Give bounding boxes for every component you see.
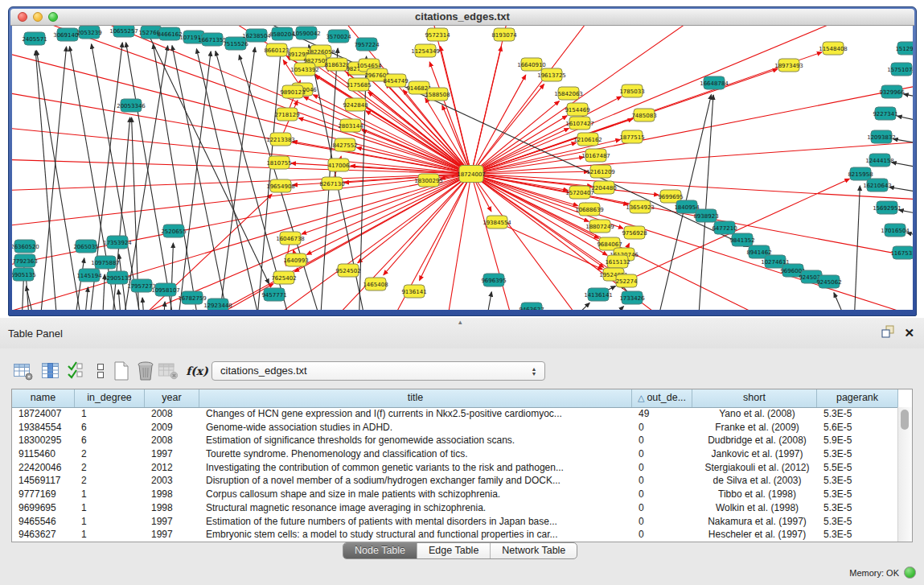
graph-node[interactable]: 10975887: [91, 256, 120, 269]
graph-node[interactable]: 7792363: [12, 254, 37, 267]
column-header-name[interactable]: name: [12, 389, 75, 407]
table-mode-icon[interactable]: [13, 360, 34, 381]
delete-table-icon[interactable]: [158, 360, 179, 381]
column-select-icon[interactable]: [40, 360, 61, 381]
graph-node[interactable]: 7957224: [354, 38, 380, 51]
graph-node[interactable]: 2405571: [22, 32, 47, 45]
graph-node[interactable]: 8215958: [848, 167, 873, 180]
graph-node[interactable]: 10167487: [581, 149, 610, 162]
graph-node[interactable]: 9890123: [280, 85, 305, 98]
graph-node[interactable]: 10958107: [151, 283, 180, 296]
graph-node[interactable]: 10590042: [292, 27, 321, 39]
graph-node[interactable]: 9227341: [873, 107, 897, 120]
column-header-pagerank[interactable]: pagerank: [817, 389, 898, 407]
table-row[interactable]: 969969511998Structural magnetic resonanc…: [12, 501, 898, 515]
graph-node[interactable]: 2053239: [76, 26, 101, 39]
graph-node[interactable]: 18300295: [414, 174, 443, 187]
graph-node[interactable]: 9524502: [335, 264, 360, 277]
graph-node[interactable]: 1588508: [425, 88, 450, 101]
graph-node[interactable]: 1167531: [890, 246, 913, 259]
graph-node[interactable]: 15720407: [565, 186, 594, 199]
table-row[interactable]: 911546021997Tourette syndrome. Phenomeno…: [12, 447, 898, 461]
graph-node[interactable]: 1465408: [363, 278, 388, 290]
table-row[interactable]: 2242004622012Investigating the contribut…: [12, 461, 898, 475]
graph-node[interactable]: 16046738: [276, 232, 305, 245]
graph-node[interactable]: 19654908: [266, 179, 295, 192]
graph-node[interactable]: 9154469: [565, 103, 589, 116]
graph-node[interactable]: 1145194: [76, 269, 102, 282]
graph-node[interactable]: 11548408: [819, 42, 848, 55]
graph-node[interactable]: 5905135: [12, 268, 36, 281]
table-row[interactable]: 946554611997Estimation of the future num…: [12, 515, 898, 529]
graph-node[interactable]: 1512974: [895, 42, 913, 55]
graph-node[interactable]: 1640993: [283, 253, 308, 266]
graph-node[interactable]: 10543392: [290, 63, 319, 76]
table-row[interactable]: 1872400712008Changes of HCN gene express…: [12, 407, 898, 421]
minimize-window-button[interactable]: [33, 12, 43, 22]
table-row[interactable]: 1938455462009Genome-wide association stu…: [12, 421, 898, 435]
graph-node[interactable]: 8427552: [332, 138, 357, 151]
graph-node[interactable]: 8938923: [693, 209, 718, 222]
graph-node[interactable]: 16107427: [565, 117, 594, 130]
graph-node[interactable]: 417006: [328, 159, 350, 171]
column-checklist-icon[interactable]: [66, 360, 87, 381]
graph-node[interactable]: 8193074: [491, 28, 517, 41]
graph-node[interactable]: 15842063: [554, 87, 583, 100]
graph-node[interactable]: 9457771: [261, 288, 286, 301]
graph-node[interactable]: 9245062: [816, 275, 841, 288]
split-handle[interactable]: ▴: [458, 318, 462, 326]
graph-node[interactable]: 9463627: [519, 303, 544, 310]
zoom-window-button[interactable]: [48, 12, 58, 22]
graph-node[interactable]: 26360520: [12, 240, 39, 253]
graph-node[interactable]: 9756928: [622, 226, 647, 239]
graph-node[interactable]: 2520655: [161, 225, 186, 237]
graph-node[interactable]: 8454749: [383, 74, 408, 87]
graph-node[interactable]: 19384554: [483, 216, 511, 229]
column-header-short[interactable]: short: [692, 389, 817, 407]
close-window-button[interactable]: [18, 12, 27, 22]
graph-node[interactable]: 6477210: [712, 221, 737, 234]
graph-node[interactable]: 8466162: [157, 27, 182, 40]
graph-node[interactable]: 18807249: [585, 220, 614, 233]
graph-node[interactable]: 9841352: [729, 233, 754, 246]
graph-node[interactable]: 20053346: [117, 99, 146, 112]
close-panel-icon[interactable]: ✕: [904, 326, 914, 340]
tab-node-table[interactable]: Node Table: [343, 543, 417, 558]
graph-node[interactable]: 12444158: [865, 154, 894, 167]
new-column-icon[interactable]: [111, 360, 132, 381]
graph-node[interactable]: 9572314: [425, 28, 450, 41]
graph-node[interactable]: 18973493: [774, 59, 803, 72]
column-header-year[interactable]: year: [145, 389, 199, 407]
tab-edge-table[interactable]: Edge Table: [417, 543, 491, 558]
table-vertical-scrollbar[interactable]: [897, 407, 912, 542]
graph-node[interactable]: 2065035: [73, 240, 98, 253]
function-builder-icon[interactable]: f(x): [187, 360, 207, 381]
network-canvas[interactable]: 1872400795723141125434981930741664091019…: [12, 26, 913, 310]
graph-node[interactable]: 18724007: [457, 166, 486, 183]
graph-node[interactable]: 1785033: [619, 84, 644, 97]
graph-node[interactable]: 10688639: [575, 203, 604, 216]
network-graph[interactable]: 1872400795723141125434981930741664091019…: [12, 26, 913, 310]
graph-node[interactable]: 1877515: [619, 130, 644, 143]
graph-node[interactable]: 8267130: [319, 177, 344, 190]
scrollbar-thumb[interactable]: [901, 410, 909, 430]
row-selector-icon[interactable]: [90, 360, 111, 381]
graph-node[interactable]: 10655257: [109, 26, 138, 37]
graph-node[interactable]: 15692951: [873, 201, 901, 214]
graph-node[interactable]: 16782759: [178, 291, 207, 304]
graph-node[interactable]: 2803144: [338, 119, 363, 132]
graph-node[interactable]: 9242848: [343, 98, 368, 111]
memory-status-button[interactable]: Memory: OK: [849, 566, 916, 579]
graph-node[interactable]: 12093832: [867, 130, 896, 143]
graph-node[interactable]: 1615132: [605, 255, 630, 268]
table-selector-dropdown[interactable]: citations_edges.txt ▲▼: [211, 361, 545, 381]
graph-node[interactable]: 9136141: [401, 285, 426, 298]
column-header-title[interactable]: title: [199, 389, 632, 407]
graph-node[interactable]: 16648784: [700, 76, 729, 89]
graph-node[interactable]: 7485083: [631, 109, 656, 122]
graph-node[interactable]: 1733426: [619, 291, 645, 304]
graph-node[interactable]: 14136141: [584, 288, 613, 301]
network-window-titlebar[interactable]: citations_edges.txt: [10, 9, 914, 26]
graph-node[interactable]: 9696395: [481, 274, 506, 286]
graph-node[interactable]: 16210643: [863, 179, 892, 192]
